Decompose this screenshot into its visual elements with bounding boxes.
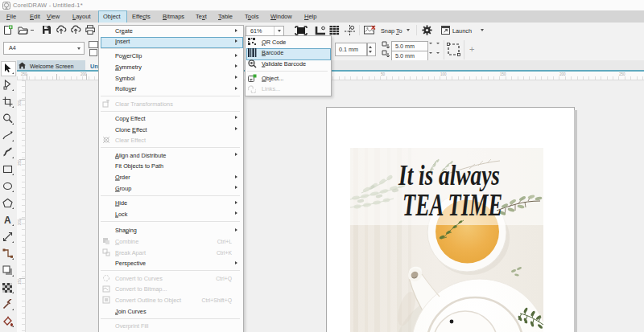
svg-text:A: A: [4, 215, 11, 225]
svg-text:TEA TIME: TEA TIME: [402, 186, 502, 223]
